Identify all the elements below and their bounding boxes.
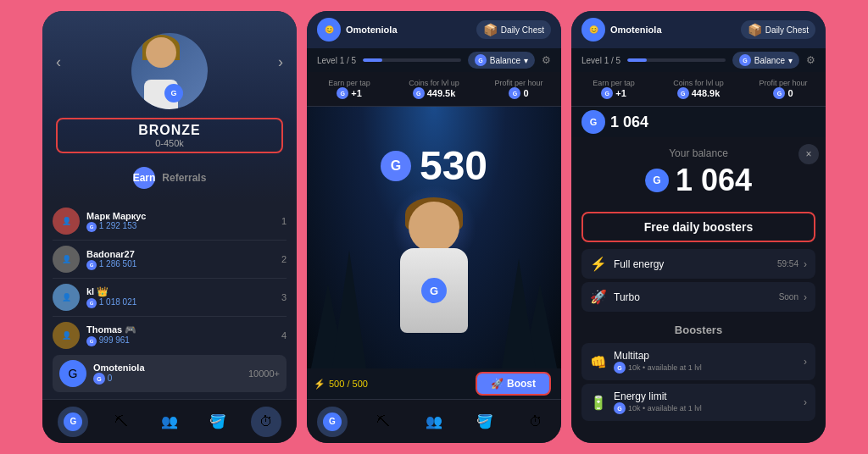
list-item-avatar: 👤 (53, 208, 80, 235)
prev-arrow[interactable]: ‹ (56, 53, 61, 71)
list-item-name: Марк Маркус (86, 211, 275, 221)
p3-level-text: Level 1 / 5 (581, 56, 620, 65)
p3-level-bar: Level 1 / 5 G Balance ▾ ⚙ (571, 48, 826, 72)
multitap-coin: G (614, 362, 626, 374)
balance-coin-icon: G (475, 54, 487, 66)
boosters-section-title: Boosters (581, 315, 815, 340)
p3-profit-val: G 0 (741, 87, 826, 99)
avatar-body: G (144, 80, 178, 109)
list-item[interactable]: 👤 kl 👑 G 1 018 021 3 (53, 279, 287, 317)
free-daily-boosters-button[interactable]: Free daily boosters (581, 212, 815, 242)
p2-level-fill (363, 58, 382, 62)
p3-profit: Profit per hour G 0 (741, 77, 826, 101)
energy-limit-arrow: › (804, 396, 807, 408)
tab-earn[interactable]: Earn (133, 167, 156, 189)
balance-label: Balance (490, 56, 520, 65)
lightning-booster-icon: ⚡ (590, 256, 607, 272)
list-item-info: Thomas 🎮 G 999 961 (86, 324, 275, 346)
energy-limit-info: Energy limit G 10k • available at 1 lvl (614, 390, 798, 414)
full-energy-timer: 59:54 (777, 259, 798, 269)
p2-nav-bucket[interactable]: 🪣 (470, 407, 500, 437)
rank-box: BRONZE 0-450k (56, 118, 283, 153)
p2-nav-coin[interactable]: G (317, 407, 348, 437)
p2-username: Omoteniola (346, 25, 398, 35)
p3-earn-val: G +1 (571, 87, 656, 99)
p3-level-progress (627, 58, 726, 62)
nav-bucket-icon[interactable]: 🪣 (203, 407, 233, 437)
stat-coin-icon-1: G (337, 87, 348, 99)
balance-value: 1 064 (676, 163, 752, 198)
list-item[interactable]: 👤 Thomas 🎮 G 999 961 4 (53, 317, 287, 352)
energy-limit-name: Energy limit (614, 390, 798, 402)
multitap-name: Multitap (614, 350, 798, 362)
p3-earn-label: Earn per tap (571, 79, 656, 87)
list-item-avatar: 👤 (53, 246, 80, 273)
list-item-name: kl 👑 (86, 286, 275, 297)
list-item-rank: 4 (281, 330, 287, 340)
your-balance-display: Your balance G 1 064 (581, 137, 815, 205)
p3-user-info: 😊 Omoteniola (581, 18, 734, 42)
close-button[interactable]: × (798, 144, 819, 164)
coins-lvlup-stat: Coins for lvl up G 449.5k (392, 77, 476, 101)
your-balance-label: Your balance (669, 147, 728, 159)
p3-header: 😊 Omoteniola 📦 Daily Chest (571, 11, 826, 48)
p3-gear-icon[interactable]: ⚙ (806, 54, 815, 66)
p3-balance-btn[interactable]: G Balance ▾ (732, 52, 799, 69)
p2-balance-btn[interactable]: G Balance ▾ (468, 52, 535, 69)
main-coin-icon: G (381, 151, 411, 181)
full-energy-label: Full energy (614, 258, 777, 270)
energy-limit-icon: 🔋 (590, 395, 607, 411)
turbo-item[interactable]: 🚀 Turbo Soon › (581, 282, 815, 312)
rank-title: BRONZE (68, 123, 271, 138)
p3-daily-chest[interactable]: 📦 Daily Chest (741, 20, 815, 39)
profit-per-hour-stat: Profit per hour G 0 (476, 77, 561, 101)
list-item-score: G 1 018 021 (86, 297, 275, 308)
tab-referrals[interactable]: Referrals (162, 167, 206, 189)
avatar-head (146, 37, 176, 68)
multitap-item[interactable]: 👊 Multitap G 10k • available at 1 lvl › (581, 343, 815, 380)
earn-per-tap-label: Earn per tap (307, 79, 392, 87)
p3-avatar: 😊 (581, 18, 605, 42)
list-item-rank: 2 (281, 254, 287, 264)
next-arrow[interactable]: › (278, 53, 283, 71)
p3-mini-balance-val: 1 064 (610, 114, 648, 131)
profit-per-hour-val: G 0 (476, 87, 561, 99)
chest-label: Daily Chest (501, 25, 544, 35)
full-energy-item[interactable]: ⚡ Full energy 59:54 › (581, 249, 815, 279)
p2-nav-people[interactable]: 👥 (419, 407, 449, 437)
p2-nav-clock[interactable]: ⏱ (520, 407, 551, 437)
nav-coin-icon[interactable]: G (58, 407, 88, 437)
p3-chevron: ▾ (788, 56, 793, 65)
p2-daily-chest[interactable]: 📦 Daily Chest (476, 20, 551, 39)
current-user-score: G 0 (93, 373, 242, 385)
list-item-name: Thomas 🎮 (86, 324, 275, 335)
coins-lvlup-label: Coins for lvl up (392, 79, 476, 87)
turbo-rocket-icon: 🚀 (590, 289, 607, 305)
p2-game-area[interactable]: G 530 G (307, 107, 561, 368)
list-item-score: G 1 292 153 (86, 221, 275, 232)
multitap-icon: 👊 (590, 354, 607, 370)
list-item[interactable]: 👤 Марк Маркус G 1 292 153 1 (53, 202, 287, 241)
coins-lvlup-val: G 449.5k (392, 87, 476, 99)
turbo-label: Turbo (614, 291, 779, 303)
nav-people-icon[interactable]: 👥 (154, 407, 185, 437)
nav-clock-icon[interactable]: ⏱ (251, 407, 281, 437)
current-user-rank: 10000+ (248, 368, 280, 379)
lightning-icon: ⚡ (314, 379, 326, 390)
chest-icon: 📦 (483, 23, 498, 36)
balance-coin: G (645, 169, 669, 192)
game-character[interactable]: G (383, 197, 485, 333)
list-item[interactable]: 👤 Badonar27 G 1 286 501 2 (53, 241, 287, 279)
p2-nav-mine[interactable]: ⛏ (368, 407, 398, 437)
boost-button[interactable]: 🚀 Boost (476, 372, 551, 396)
energy-value: 500 / 500 (329, 379, 368, 389)
nav-mine-icon[interactable]: ⛏ (106, 407, 136, 437)
main-balance-display: G 530 (381, 142, 487, 189)
settings-gear-icon[interactable]: ⚙ (542, 54, 551, 66)
rank-range: 0-450k (68, 138, 271, 148)
profit-per-hour-label: Profit per hour (476, 79, 561, 87)
char-body: G (400, 248, 468, 333)
p2-header: 😊 Omoteniola 📦 Daily Chest (307, 11, 561, 48)
p3-level-fill (627, 58, 647, 62)
energy-limit-item[interactable]: 🔋 Energy limit G 10k • available at 1 lv… (581, 384, 815, 421)
